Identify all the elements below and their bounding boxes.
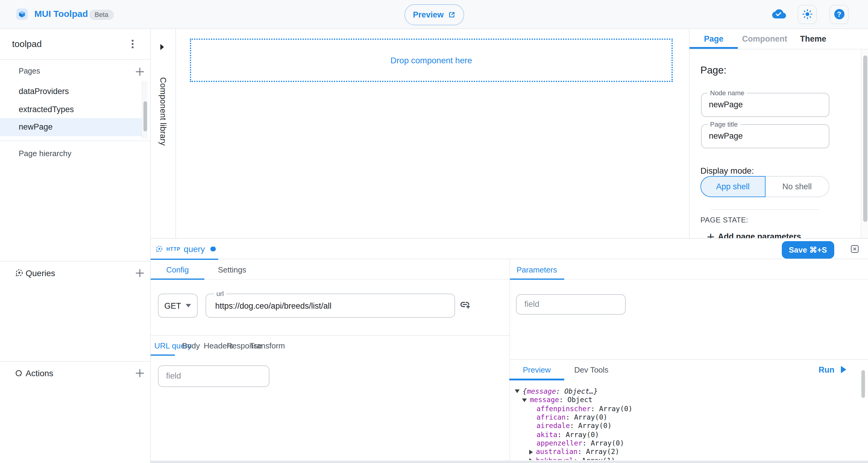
collapsed-arrow-icon[interactable] — [529, 458, 533, 460]
query-tabs-row: HTTP query Save ⌘+S — [151, 239, 868, 259]
tab-config[interactable]: Config — [151, 259, 204, 280]
json-row-root[interactable]: {message: Object…} — [509, 387, 856, 396]
http-method-select[interactable]: GET — [158, 294, 198, 318]
page-hierarchy-label: Page hierarchy — [19, 149, 71, 158]
parameter-field — [516, 294, 626, 314]
tab-settings[interactable]: Settings — [204, 259, 260, 280]
toggle-app-shell[interactable]: App shell — [701, 176, 765, 197]
query-name-label: query — [184, 244, 205, 254]
active-tab-underline — [509, 278, 564, 280]
page-item-label: dataProviders — [19, 87, 69, 96]
inspector-panel: Page Component Theme Page: Node name Pag… — [689, 29, 868, 238]
app-window: MUI Toolpad Beta Preview — [0, 0, 868, 463]
tab-body[interactable]: Body — [182, 336, 200, 356]
preview-button[interactable]: Preview — [404, 4, 464, 25]
sidebar-item-extractedtypes[interactable]: extractedTypes — [0, 100, 142, 118]
tab-page[interactable]: Page — [689, 29, 738, 49]
close-panel-icon[interactable] — [850, 245, 859, 253]
json-row-appenzeller: appenzeller: Array(0) — [509, 439, 856, 447]
tab-label: Transform — [250, 341, 285, 350]
inspector-scrollbar-thumb[interactable] — [863, 56, 867, 222]
help-button[interactable]: ? — [830, 4, 849, 24]
query-editor-panel: HTTP query Save ⌘+S Config Settings — [151, 238, 868, 463]
tab-theme[interactable]: Theme — [792, 29, 835, 49]
toolpad-logo-icon — [16, 8, 28, 20]
pages-section-label: Pages — [19, 67, 40, 75]
active-tab-underline — [689, 47, 738, 49]
drop-hint-text: Drop component here — [391, 56, 472, 65]
pages-scrollbar-thumb[interactable] — [143, 101, 147, 131]
http-method-value: GET — [164, 301, 181, 310]
page-item-label: extractedTypes — [19, 105, 74, 114]
display-mode-label: Display mode: — [701, 166, 754, 176]
request-tabs-row: URL query Body Headers Response Transfor… — [151, 335, 509, 355]
plus-icon — [707, 233, 714, 238]
expanded-arrow-icon[interactable] — [522, 398, 527, 402]
add-page-parameters-label: Add page parameters — [718, 232, 801, 238]
toggle-label: App shell — [716, 182, 749, 191]
horizontal-scrollbar[interactable] — [151, 460, 868, 463]
component-library-strip: Component library — [151, 29, 176, 238]
pages-scrollbar — [142, 81, 147, 138]
kebab-menu-icon[interactable] — [131, 39, 139, 49]
display-mode-toggle-group: App shell No shell — [701, 176, 830, 197]
top-bar: MUI Toolpad Beta Preview — [0, 0, 868, 29]
light-mode-sun-icon — [802, 9, 812, 19]
toggle-no-shell[interactable]: No shell — [765, 176, 830, 197]
chevron-down-icon — [186, 304, 191, 307]
json-row-akita: akita: Array(0) — [509, 430, 856, 439]
save-button[interactable]: Save ⌘+S — [781, 241, 834, 259]
json-row-bakharwal[interactable]: bakharwal: Array(1) — [509, 456, 856, 460]
add-query-button[interactable] — [135, 268, 144, 278]
run-button[interactable]: Run — [818, 359, 846, 380]
tab-label: Theme — [800, 34, 826, 43]
expanded-arrow-icon[interactable] — [515, 390, 520, 393]
query-icon — [156, 245, 163, 253]
tab-query[interactable]: HTTP query — [151, 239, 218, 259]
explorer-sidebar: toolpad Pages dataProviders extractedTyp… — [0, 29, 151, 463]
queries-section-header: Queries — [0, 261, 150, 285]
json-row-message[interactable]: message: Object — [509, 396, 856, 404]
cloud-saved-icon[interactable] — [772, 9, 786, 19]
page-section-heading: Page: — [701, 64, 726, 76]
collapsed-arrow-icon[interactable] — [529, 450, 533, 454]
json-row-australian[interactable]: australian: Array(2) — [509, 447, 856, 456]
tab-dev-tools[interactable]: Dev Tools — [569, 359, 613, 380]
sidebar-item-newpage[interactable]: newPage — [0, 118, 142, 136]
tab-label: Parameters — [517, 265, 557, 274]
toggle-label: No shell — [782, 182, 812, 191]
page-canvas: Drop component here — [176, 29, 689, 238]
expand-panel-arrow-icon[interactable] — [160, 44, 164, 50]
queries-label: Queries — [26, 268, 55, 278]
node-name-input[interactable] — [709, 93, 817, 116]
active-tab-underline — [151, 278, 204, 280]
beta-badge: Beta — [89, 9, 114, 20]
url-query-param-input[interactable] — [166, 366, 256, 387]
theme-toggle-button[interactable] — [798, 4, 817, 24]
sidebar-item-dataproviders[interactable]: dataProviders — [0, 83, 142, 100]
tab-component[interactable]: Component — [738, 29, 792, 49]
add-action-button[interactable] — [135, 368, 144, 378]
add-page-button[interactable] — [135, 67, 144, 76]
inspector-scrollbar — [861, 49, 868, 238]
add-page-parameters-button[interactable]: Add page parameters — [707, 232, 801, 238]
drop-zone[interactable]: Drop component here — [190, 38, 673, 82]
project-name: toolpad — [12, 38, 41, 49]
tab-transform[interactable]: Transform — [250, 336, 285, 356]
result-scrollbar-thumb[interactable] — [861, 370, 865, 398]
page-title-input[interactable] — [709, 125, 817, 147]
url-query-param-field — [158, 365, 270, 387]
page-item-label: newPage — [19, 123, 53, 132]
page-state-label: PAGE STATE: — [701, 216, 748, 224]
url-input[interactable] — [215, 294, 444, 317]
bind-link-icon[interactable] — [460, 301, 471, 309]
tab-label: Settings — [218, 265, 246, 274]
parameter-input[interactable] — [524, 295, 615, 314]
tab-parameters[interactable]: Parameters — [509, 259, 564, 280]
tab-label: Page — [704, 34, 724, 43]
json-row-african: african: Array(0) — [509, 413, 856, 422]
divider — [711, 209, 819, 210]
query-result-tree: {message: Object…} message: Object affen… — [509, 387, 856, 460]
tab-preview[interactable]: Preview — [509, 359, 564, 380]
action-click-icon — [15, 369, 24, 378]
